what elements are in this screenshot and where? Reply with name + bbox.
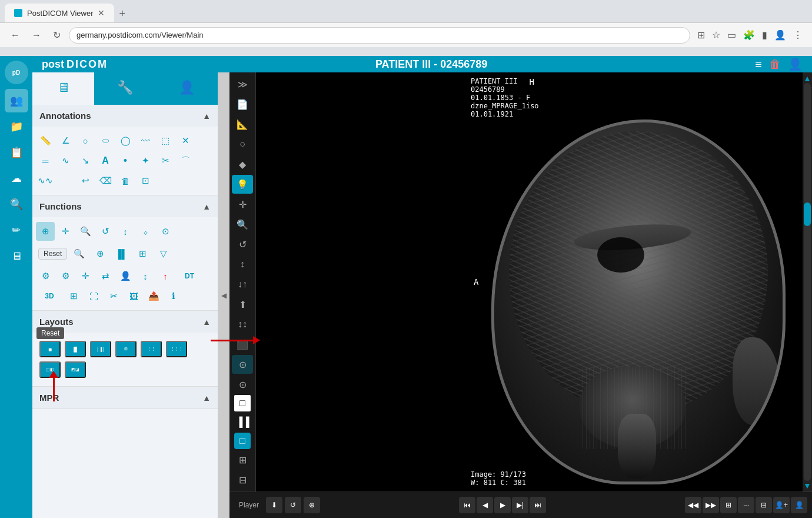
menu-button[interactable]: ⋮ <box>791 27 805 43</box>
stitch-tool[interactable]: ✂ <box>104 287 123 306</box>
filter-tool[interactable]: ▽ <box>154 244 173 263</box>
dot-tool[interactable]: • <box>116 151 135 170</box>
oval-tool[interactable]: ◯ <box>116 131 135 150</box>
info-tool[interactable]: ℹ <box>164 287 183 306</box>
sidebar-btn-display[interactable]: 🖥 <box>5 244 28 268</box>
layout-2x2[interactable]: ⊞ <box>115 341 137 357</box>
sidebar-btn-layers[interactable]: 📋 <box>5 141 28 164</box>
player-fwd10[interactable]: ▶▶ <box>703 497 719 513</box>
roi-tool[interactable]: ⬚ <box>156 131 175 150</box>
vt-white-sq[interactable]: □ <box>234 395 251 411</box>
scrollbar-track[interactable] <box>804 83 811 481</box>
sidebar-toggle[interactable]: ▮ <box>760 27 770 43</box>
player-user[interactable]: 👤 <box>791 497 807 513</box>
layout-custom2[interactable]: ◩◪ <box>65 361 86 378</box>
person-tool[interactable]: 👤 <box>116 267 135 285</box>
vt-cine2[interactable]: ⊙ <box>232 375 253 394</box>
player-grid[interactable]: ⊞ <box>720 497 737 513</box>
vt-teal-sq[interactable]: □ <box>234 433 251 449</box>
gear2-tool[interactable]: ⚙ <box>56 267 75 285</box>
vt-ruler[interactable]: 📐 <box>232 115 253 134</box>
header-delete-button[interactable]: 🗑 <box>769 58 781 71</box>
vt-square[interactable]: ⬛ <box>232 335 253 354</box>
image-tool[interactable]: 🖼 <box>124 287 143 306</box>
translate-button[interactable]: ⊞ <box>695 27 707 43</box>
layout-custom1[interactable]: ◫◧ <box>39 361 61 378</box>
grid-tool[interactable]: ⊞ <box>64 287 83 306</box>
annotations-toggle[interactable]: ▲ <box>202 111 211 121</box>
layout-1x1[interactable]: ■ <box>39 341 61 357</box>
settings-tool[interactable]: ⚙ <box>36 267 55 285</box>
active-tab[interactable]: PostDICOM Viewer ✕ <box>5 4 114 22</box>
layouts-toggle[interactable]: ▲ <box>202 317 211 327</box>
arrow-tool[interactable]: ↘ <box>76 151 95 170</box>
forward-button[interactable]: → <box>28 28 45 43</box>
header-user-button[interactable]: 👤 <box>788 57 803 71</box>
player-prev[interactable]: ◀ <box>477 497 493 513</box>
vt-circle[interactable]: ○ <box>232 135 253 154</box>
vt-panel-split[interactable]: ⊟ <box>232 470 253 489</box>
annotations-header[interactable]: Annotations ▲ <box>32 105 218 127</box>
text-tool[interactable]: A <box>96 151 115 170</box>
scrollbar-thumb[interactable] <box>804 202 811 226</box>
sort-tool[interactable]: ↕ <box>136 267 155 285</box>
reload-button[interactable]: ↻ <box>49 27 64 43</box>
vt-double-bar[interactable]: ▐▐ <box>232 413 253 431</box>
curve-tool[interactable]: ⌒ <box>176 151 195 170</box>
new-tab-button[interactable]: + <box>114 5 130 22</box>
rotate-tool[interactable]: ↺ <box>96 222 115 241</box>
player-next-frame[interactable]: ▶| <box>512 497 528 513</box>
windowing-tool[interactable]: ⊕ <box>36 222 55 241</box>
player-reset[interactable]: ↺ <box>285 497 301 513</box>
scroll-up-arrow[interactable]: ▲ <box>803 74 811 83</box>
layout-2x3[interactable]: ⋮⋮ <box>141 341 162 357</box>
scroll-tool[interactable]: ↕ <box>116 222 135 241</box>
angle-tool[interactable]: ∠ <box>56 131 75 150</box>
vt-collapse[interactable]: ≫ <box>232 75 253 94</box>
player-play[interactable]: ▶ <box>494 497 511 513</box>
player-last[interactable]: ⏭ <box>530 497 546 513</box>
functions-toggle[interactable]: ▲ <box>202 202 211 211</box>
tools-scroll[interactable]: Annotations ▲ 📏 ∠ ○ ⬭ ◯ 〰 ⬚ <box>32 105 218 518</box>
split-tool[interactable]: ▐▌ <box>112 244 131 263</box>
player-first[interactable]: ⏮ <box>459 497 475 513</box>
scissors-tool[interactable]: ✂ <box>156 151 175 170</box>
pan-tool[interactable]: ✛ <box>56 222 75 241</box>
zoom-tool[interactable]: 🔍 <box>76 222 95 241</box>
tab-close-button[interactable]: ✕ <box>98 8 105 18</box>
tablet-button[interactable]: ▭ <box>725 27 738 43</box>
magnify-tool[interactable]: 🔍 <box>69 244 88 263</box>
vt-cine[interactable]: ⊙ <box>232 355 253 374</box>
circle-tool[interactable]: ○ <box>76 131 95 150</box>
3d-tool[interactable]: 3D <box>36 287 63 306</box>
address-bar[interactable]: germany.postdicom.com/Viewer/Main <box>69 27 690 44</box>
dt-tool[interactable]: DT <box>176 267 203 285</box>
sidebar-btn-upload[interactable]: ☁ <box>5 167 28 190</box>
collapse-panel-button[interactable]: ◀ <box>218 72 229 518</box>
player-download[interactable]: ⬇ <box>266 497 282 513</box>
vt-scroll-h[interactable]: ↓↑ <box>232 275 253 294</box>
flip-tool[interactable]: ⬦ <box>136 222 155 241</box>
sidebar-btn-folder[interactable]: 📁 <box>5 115 28 138</box>
crosshair2-tool[interactable]: ⊕ <box>91 244 109 263</box>
vt-up[interactable]: ⬆ <box>232 295 253 314</box>
ruler-tool[interactable]: 📏 <box>36 131 55 150</box>
profile-button[interactable]: 👤 <box>772 27 788 43</box>
vt-rotate[interactable]: ↺ <box>232 235 253 254</box>
export-tool[interactable]: ⊡ <box>136 171 155 190</box>
layout-1x3[interactable]: │▐│ <box>90 341 111 357</box>
clear-tool[interactable]: 🗑 <box>116 171 135 190</box>
sidebar-btn-users[interactable]: 👥 <box>5 89 28 112</box>
bookmark-button[interactable]: ☆ <box>710 27 723 43</box>
wave-tool[interactable]: ∿ <box>56 151 75 170</box>
player-shrink[interactable]: ⊟ <box>756 497 772 513</box>
red-arrow-tool[interactable]: ↑ <box>156 267 175 285</box>
tab-user[interactable]: 👤 <box>156 72 218 105</box>
undo-tool[interactable]: ↩ <box>76 171 95 190</box>
resize-tool[interactable]: ⛶ <box>84 287 103 306</box>
sidebar-btn-edit[interactable]: ✏ <box>5 218 28 242</box>
ellipse-tool[interactable]: ⬭ <box>96 131 115 150</box>
spine-tool[interactable] <box>56 171 75 190</box>
multiline-tool[interactable]: ∿∿ <box>36 171 55 190</box>
line-tool[interactable]: ═ <box>36 151 55 170</box>
